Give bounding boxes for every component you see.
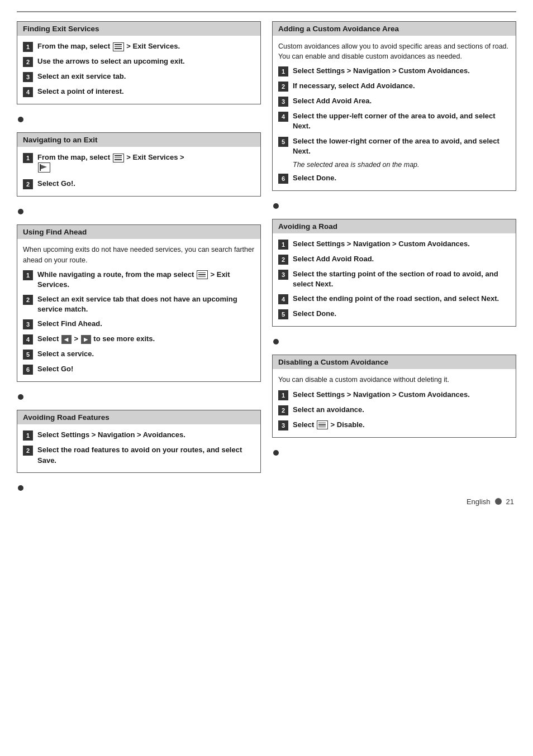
page-container: Finding Exit Services 1 From the map, se… [17, 11, 516, 506]
bullet-dot-7 [273, 450, 279, 456]
step-num-ar-3: 3 [278, 270, 288, 280]
step-text-ac-2: If necessary, select Add Avoidance. [293, 81, 415, 91]
step-num-ar-4: 4 [278, 294, 288, 304]
bullet-dot-1 [18, 117, 23, 122]
arrow-right-btn[interactable]: ▶ [81, 335, 91, 344]
step-text-ac-6: Select Done. [293, 173, 336, 183]
step-6-add-custom: 6 Select Done. [278, 173, 510, 184]
step-text-af-2: Select the road features to avoid on you… [37, 445, 255, 465]
step-1-add-custom: 1 Select Settings > Navigation > Custom … [278, 66, 510, 76]
menu-icon-disable [317, 420, 328, 429]
step-text-ahead-4: Select ◀ > ▶ to see more exits. [37, 334, 155, 344]
menu-icon-nav [113, 154, 124, 162]
bullet-dot-2 [18, 209, 23, 214]
bullet-dot-4 [18, 485, 23, 491]
section-body-disable-custom-avoidance: You can disable a custom avoidance witho… [273, 369, 516, 437]
section-header-finding-exit-services: Finding Exit Services [17, 22, 260, 36]
step-num-ahead-6: 6 [23, 365, 33, 375]
section-header-disable-custom-avoidance: Disabling a Custom Avoidance [273, 355, 516, 369]
step-num-3: 3 [23, 72, 33, 82]
step-text-ahead-6: Select Go! [37, 364, 73, 374]
step-num-af-1: 1 [23, 430, 33, 441]
step-text-3: Select an exit service tab. [37, 71, 126, 82]
section-header-navigating-exit: Navigating to an Exit [17, 133, 260, 147]
section-body-finding-exit-services: 1 From the map, select > Exit Services. … [17, 36, 260, 104]
step-text-dc-3: Select > Disable. [293, 420, 365, 430]
step-num-ac-1: 1 [278, 66, 288, 76]
step-num-nav-2: 2 [23, 179, 33, 189]
section-avoid-road-features: Avoiding Road Features 1 Select Settings… [17, 410, 261, 472]
svg-marker-1 [41, 165, 47, 169]
step-text-ar-3: Select the starting point of the section… [293, 269, 510, 289]
step-1-finding: 1 From the map, select > Exit Services. [23, 41, 255, 52]
section-add-custom-avoidance: Adding a Custom Avoidance Area Custom av… [272, 21, 516, 191]
step-text-4: Select a point of interest. [37, 87, 124, 97]
step-num-dc-2: 2 [278, 405, 288, 415]
section-header-avoiding-road: Avoiding a Road [273, 219, 516, 233]
step-2-navigating: 2 Select Go!. [23, 179, 255, 189]
step-num-ahead-4: 4 [23, 334, 33, 344]
menu-icon [113, 42, 124, 51]
section-navigating-exit: Navigating to an Exit 1 From the map, se… [17, 132, 261, 197]
step-num-ac-4: 4 [278, 112, 288, 122]
step-1-avoid-features: 1 Select Settings > Navigation > Avoidan… [23, 430, 255, 441]
step-num-af-2: 2 [23, 446, 33, 456]
step-text-ar-4: Select the ending point of the road sect… [293, 294, 499, 304]
step-num-ahead-2: 2 [23, 295, 33, 305]
step-text-af-1: Select Settings > Navigation > Avoidance… [37, 430, 185, 440]
menu-icon-ahead [197, 270, 208, 279]
step-num-ac-6: 6 [278, 174, 288, 184]
step-text-ar-1: Select Settings > Navigation > Custom Av… [293, 239, 470, 249]
step-5-avoid-road: 5 Select Done. [278, 309, 510, 319]
step-2-finding: 2 Use the arrows to select an upcoming e… [23, 56, 255, 67]
step-text-ar-2: Select Add Avoid Road. [293, 254, 374, 264]
step-text-ahead-3: Select Find Ahead. [37, 319, 102, 329]
step-1-ahead: 1 While navigating a route, from the map… [23, 270, 255, 290]
section-avoiding-road: Avoiding a Road 1 Select Settings > Navi… [272, 219, 516, 327]
disable-custom-avoidance-intro: You can disable a custom avoidance witho… [278, 375, 510, 385]
section-body-avoiding-road: 1 Select Settings > Navigation > Custom … [273, 233, 516, 326]
step-text-ahead-5: Select a service. [37, 349, 94, 359]
step-3-avoid-road: 3 Select the starting point of the secti… [278, 269, 510, 289]
step-3-disable: 3 Select > Disable. [278, 420, 510, 430]
bullet-dot-6 [273, 339, 279, 344]
step-num-ac-5: 5 [278, 137, 288, 147]
section-header-find-ahead: Using Find Ahead [17, 225, 260, 239]
arrow-left-btn[interactable]: ◀ [61, 335, 72, 344]
step-text-nav-2: Select Go!. [37, 179, 75, 189]
step-text-dc-2: Select an avoidance. [293, 405, 364, 415]
step-1-avoid-road: 1 Select Settings > Navigation > Custom … [278, 239, 510, 250]
step-text-ac-1: Select Settings > Navigation > Custom Av… [293, 66, 470, 76]
step-3-ahead: 3 Select Find Ahead. [23, 319, 255, 329]
section-body-add-custom-avoidance: Custom avoidances allow you to avoid spe… [273, 36, 516, 190]
step-num-4: 4 [23, 87, 33, 97]
footer-lang: English [467, 497, 491, 506]
step-num-ar-5: 5 [278, 309, 288, 319]
step-2-disable: 2 Select an avoidance. [278, 405, 510, 415]
bullet-dot-3 [18, 394, 23, 400]
section-find-ahead: Using Find Ahead When upcoming exits do … [17, 224, 261, 382]
step-num-ahead-1: 1 [23, 270, 33, 280]
left-column: Finding Exit Services 1 From the map, se… [17, 21, 261, 492]
step-5-ahead: 5 Select a service. [23, 349, 255, 360]
step-4-finding: 4 Select a point of interest. [23, 87, 255, 97]
nav-flag-icon [38, 162, 50, 173]
step-1-navigating: 1 From the map, select > Exit Services > [23, 152, 255, 174]
step-5-add-custom: 5 Select the lower-right corner of the a… [278, 136, 510, 156]
top-border [17, 11, 516, 12]
step-4-add-custom: 4 Select the upper-left corner of the ar… [278, 111, 510, 131]
step-text-ahead-1: While navigating a route, from the map s… [37, 270, 255, 290]
step-text-2: Use the arrows to select an upcoming exi… [37, 56, 185, 66]
add-custom-avoidance-intro: Custom avoidances allow you to avoid spe… [278, 41, 510, 61]
step-text-ac-5: Select the lower-right corner of the are… [293, 136, 510, 156]
step-6-ahead: 6 Select Go! [23, 364, 255, 375]
section-body-navigating-exit: 1 From the map, select > Exit Services > [17, 147, 260, 196]
step-3-finding: 3 Select an exit service tab. [23, 71, 255, 82]
find-ahead-intro: When upcoming exits do not have needed s… [23, 245, 255, 265]
step-text-ar-5: Select Done. [293, 309, 336, 319]
step-num-ahead-5: 5 [23, 350, 33, 360]
step-num-nav-1: 1 [23, 153, 33, 163]
step-text-dc-1: Select Settings > Navigation > Custom Av… [293, 390, 470, 400]
section-finding-exit-services: Finding Exit Services 1 From the map, se… [17, 21, 261, 104]
step-text-1: From the map, select > Exit Services. [37, 41, 180, 51]
